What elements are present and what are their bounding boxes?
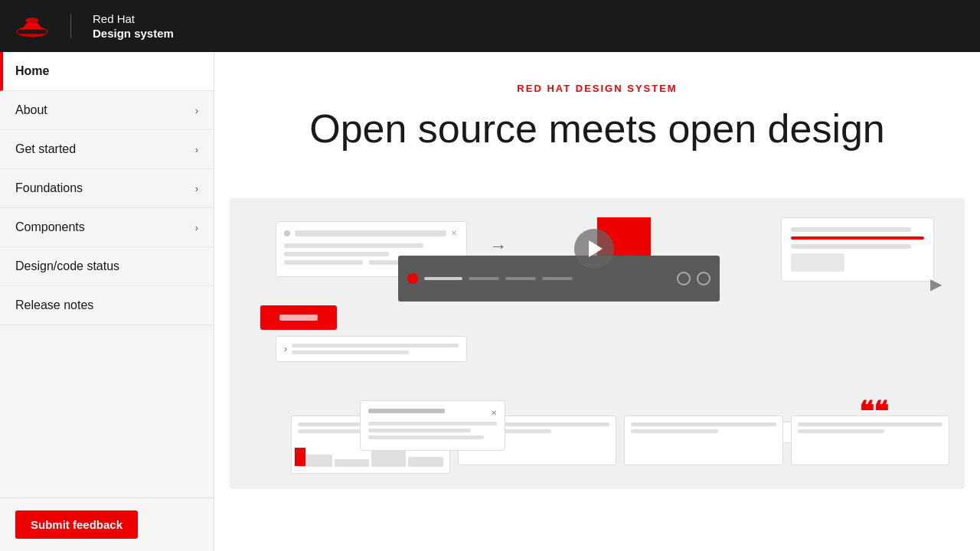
browser-content-line (284, 243, 423, 248)
video-progress-bar (542, 277, 573, 280)
browser-url-bar (295, 230, 446, 236)
chevron-right-icon: › (195, 222, 198, 233)
sidebar-item-home[interactable]: Home (0, 52, 214, 91)
hero-title: Open source meets open design (230, 106, 965, 152)
card-mockup (624, 416, 783, 465)
play-button[interactable] (574, 229, 614, 269)
brand-logo: Red Hat Design system (15, 9, 174, 43)
arrow-icon: → (490, 236, 507, 256)
redhat-logo-icon (15, 9, 49, 43)
hero-section: RED HAT DESIGN SYSTEM Open source meets … (214, 52, 980, 198)
video-progress-bar (469, 277, 499, 280)
modal-mockup: ✕ (360, 400, 505, 451)
red-button-mockup (260, 305, 337, 330)
card-mockup (791, 416, 950, 465)
card-mockup-right (781, 217, 934, 282)
video-player-mockup (398, 256, 720, 302)
expand-row-mockup: › (276, 336, 467, 362)
video-control-icon (697, 272, 710, 285)
sidebar-item-design-code-status[interactable]: Design/code status (0, 247, 214, 286)
submit-feedback-button[interactable]: Submit feedback (15, 510, 138, 539)
svg-rect-2 (18, 29, 47, 34)
header-title: Red Hat Design system (93, 11, 174, 41)
browser-content-line (284, 260, 363, 265)
chevron-right-icon: › (195, 105, 198, 116)
chevron-right-icon: › (195, 144, 198, 155)
sidebar-item-components[interactable]: Components › (0, 208, 214, 247)
browser-content-line (284, 252, 389, 256)
modal-close-icon: ✕ (491, 409, 497, 417)
video-progress-bar (424, 277, 462, 280)
sidebar-item-get-started[interactable]: Get started › (0, 130, 214, 169)
header: Red Hat Design system (0, 0, 980, 52)
carousel-next-icon[interactable]: ▶ (930, 275, 942, 293)
sidebar-nav: Home About › Get started › Foundations ›… (0, 52, 214, 497)
sidebar-item-foundations[interactable]: Foundations › (0, 169, 214, 208)
chevron-right-icon: › (195, 183, 198, 194)
video-progress-indicator (407, 273, 418, 284)
bottom-cards-row: ✕ (291, 416, 949, 474)
sidebar-item-about[interactable]: About › (0, 91, 214, 130)
page-layout: Home About › Get started › Foundations ›… (0, 52, 980, 551)
main-content: RED HAT DESIGN SYSTEM Open source meets … (214, 52, 980, 551)
red-accent-corner (295, 448, 305, 466)
mockup-container: ✕ → (245, 214, 949, 474)
sidebar-footer: Submit feedback (0, 497, 214, 551)
browser-close-icon: ✕ (451, 230, 459, 237)
browser-dot (284, 230, 290, 236)
header-divider (70, 14, 71, 38)
sidebar: Home About › Get started › Foundations ›… (0, 52, 214, 551)
video-progress-bar (505, 277, 536, 280)
svg-point-1 (25, 18, 39, 23)
hero-eyebrow: RED HAT DESIGN SYSTEM (230, 83, 965, 94)
video-control-icon (677, 272, 691, 285)
expand-chevron-icon: › (284, 344, 287, 354)
sidebar-item-release-notes[interactable]: Release notes (0, 286, 214, 325)
preview-area: ✕ → (230, 198, 965, 489)
